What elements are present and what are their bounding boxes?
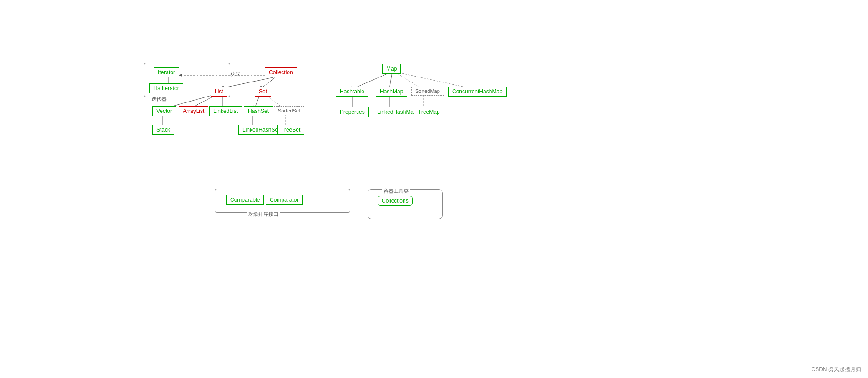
hashset-node: HashSet xyxy=(244,106,273,116)
watermark: CSDN @风起携月归 xyxy=(811,366,861,373)
collections-node: Collections xyxy=(378,196,413,206)
collection-node: Collection xyxy=(265,67,297,77)
linkedlist-node: LinkedList xyxy=(209,106,242,116)
get-label: 获取 xyxy=(230,71,240,77)
hashtable-node: Hashtable xyxy=(336,87,368,97)
vector-node: Vector xyxy=(152,106,176,116)
sort-interface-label: 对象排序接口 xyxy=(247,211,280,218)
hashmap-node: HashMap xyxy=(376,87,407,97)
map-node: Map xyxy=(382,64,401,74)
treemap-node: TreeMap xyxy=(414,107,444,117)
arraylist-node: ArrayList xyxy=(179,106,208,116)
comparator-node: Comparator xyxy=(266,195,303,205)
iterator-group-label: 迭代器 xyxy=(150,96,168,102)
stack-node: Stack xyxy=(152,125,174,135)
properties-node: Properties xyxy=(336,107,369,117)
set-node: Set xyxy=(255,87,271,97)
linkedhashmap-node: LinkedHashMap xyxy=(373,107,421,117)
sortedset-node: SortedSet xyxy=(274,106,304,115)
diagram-container: 迭代器 对象排序接口 容器工具类 获取 Collection Iterator … xyxy=(0,0,868,378)
concurrenthashmap-node: ConcurrentHashMap xyxy=(448,87,507,97)
list-node: List xyxy=(211,87,227,97)
container-tools-label: 容器工具类 xyxy=(382,188,410,194)
treeset-node: TreeSet xyxy=(277,125,304,135)
sortedmap-node: SortedMap xyxy=(411,87,444,96)
list-iterator-node: ListIterator xyxy=(149,83,183,93)
iterator-node: Iterator xyxy=(154,67,179,77)
arrows-svg xyxy=(0,0,868,378)
comparable-node: Comparable xyxy=(226,195,264,205)
